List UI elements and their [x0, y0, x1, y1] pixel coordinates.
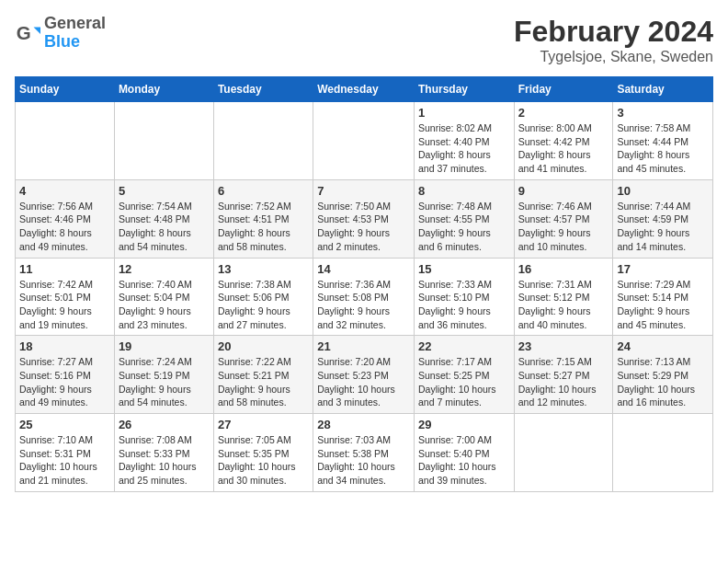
day-number: 7 [317, 184, 410, 198]
calendar-cell: 5Sunrise: 7:54 AM Sunset: 4:48 PM Daylig… [114, 179, 213, 258]
logo: G General Blue [15, 15, 106, 52]
day-detail: Sunrise: 7:44 AM Sunset: 4:59 PM Dayligh… [617, 200, 709, 254]
day-number: 28 [317, 418, 410, 431]
day-number: 5 [119, 184, 210, 198]
day-number: 29 [418, 418, 510, 431]
column-header-tuesday: Tuesday [213, 77, 313, 102]
day-detail: Sunrise: 7:52 AM Sunset: 4:51 PM Dayligh… [218, 200, 309, 254]
day-detail: Sunrise: 7:03 AM Sunset: 5:38 PM Dayligh… [317, 433, 410, 488]
day-detail: Sunrise: 7:46 AM Sunset: 4:57 PM Dayligh… [518, 200, 609, 254]
calendar-cell: 24Sunrise: 7:13 AM Sunset: 5:29 PM Dayli… [613, 336, 713, 414]
day-number: 23 [518, 339, 609, 353]
calendar-cell: 2Sunrise: 8:00 AM Sunset: 4:42 PM Daylig… [514, 102, 613, 180]
day-number: 6 [218, 184, 309, 198]
day-detail: Sunrise: 7:40 AM Sunset: 5:04 PM Dayligh… [119, 278, 210, 332]
day-number: 2 [518, 106, 609, 120]
day-detail: Sunrise: 8:00 AM Sunset: 4:42 PM Dayligh… [518, 121, 609, 176]
calendar-cell: 9Sunrise: 7:46 AM Sunset: 4:57 PM Daylig… [514, 179, 613, 258]
day-detail: Sunrise: 7:42 AM Sunset: 5:01 PM Dayligh… [19, 278, 110, 332]
day-number: 19 [119, 339, 210, 353]
day-detail: Sunrise: 7:24 AM Sunset: 5:19 PM Dayligh… [119, 355, 210, 409]
day-number: 24 [617, 339, 709, 353]
day-detail: Sunrise: 7:22 AM Sunset: 5:21 PM Dayligh… [218, 355, 309, 409]
calendar-cell: 19Sunrise: 7:24 AM Sunset: 5:19 PM Dayli… [114, 336, 213, 414]
day-number: 25 [19, 418, 110, 431]
day-detail: Sunrise: 7:10 AM Sunset: 5:31 PM Dayligh… [19, 433, 110, 488]
day-detail: Sunrise: 7:36 AM Sunset: 5:08 PM Dayligh… [317, 278, 410, 332]
calendar-cell: 1Sunrise: 8:02 AM Sunset: 4:40 PM Daylig… [414, 102, 514, 180]
day-detail: Sunrise: 7:27 AM Sunset: 5:16 PM Dayligh… [19, 355, 110, 409]
calendar-cell [114, 102, 213, 180]
logo-text: General Blue [44, 15, 106, 52]
logo-icon: G [15, 20, 40, 46]
calendar-cell: 6Sunrise: 7:52 AM Sunset: 4:51 PM Daylig… [213, 179, 313, 258]
calendar-cell [313, 102, 415, 180]
day-number: 14 [317, 262, 410, 276]
column-header-sunday: Sunday [16, 77, 115, 102]
calendar-week-2: 4Sunrise: 7:56 AM Sunset: 4:46 PM Daylig… [16, 179, 713, 258]
svg-marker-1 [34, 27, 40, 33]
calendar-cell: 16Sunrise: 7:31 AM Sunset: 5:12 PM Dayli… [514, 258, 613, 336]
day-number: 9 [518, 184, 609, 198]
day-number: 15 [418, 262, 510, 276]
calendar-week-4: 18Sunrise: 7:27 AM Sunset: 5:16 PM Dayli… [16, 336, 713, 414]
day-number: 20 [218, 339, 309, 353]
calendar-cell: 28Sunrise: 7:03 AM Sunset: 5:38 PM Dayli… [313, 414, 415, 492]
calendar-cell: 10Sunrise: 7:44 AM Sunset: 4:59 PM Dayli… [613, 179, 713, 258]
day-detail: Sunrise: 7:29 AM Sunset: 5:14 PM Dayligh… [617, 278, 709, 332]
location-title: Tygelsjoe, Skane, Sweden [514, 49, 713, 65]
column-header-friday: Friday [514, 77, 613, 102]
column-header-wednesday: Wednesday [313, 77, 415, 102]
calendar-cell: 29Sunrise: 7:00 AM Sunset: 5:40 PM Dayli… [414, 414, 514, 492]
page-header: G General Blue February 2024 Tygelsjoe, … [15, 15, 713, 65]
calendar-cell [16, 102, 115, 180]
logo-line2: Blue [44, 33, 106, 52]
day-number: 18 [19, 339, 110, 353]
calendar-cell: 17Sunrise: 7:29 AM Sunset: 5:14 PM Dayli… [613, 258, 713, 336]
calendar-cell [613, 414, 713, 492]
day-number: 12 [119, 262, 210, 276]
calendar-cell: 27Sunrise: 7:05 AM Sunset: 5:35 PM Dayli… [213, 414, 313, 492]
day-detail: Sunrise: 7:48 AM Sunset: 4:55 PM Dayligh… [418, 200, 510, 254]
calendar-header-row: SundayMondayTuesdayWednesdayThursdayFrid… [16, 77, 713, 102]
day-detail: Sunrise: 7:08 AM Sunset: 5:33 PM Dayligh… [119, 433, 210, 488]
logo-line1: General [44, 15, 106, 33]
calendar-week-5: 25Sunrise: 7:10 AM Sunset: 5:31 PM Dayli… [16, 414, 713, 492]
calendar-cell: 23Sunrise: 7:15 AM Sunset: 5:27 PM Dayli… [514, 336, 613, 414]
day-detail: Sunrise: 7:50 AM Sunset: 4:53 PM Dayligh… [317, 200, 410, 254]
day-detail: Sunrise: 7:56 AM Sunset: 4:46 PM Dayligh… [19, 200, 110, 254]
calendar-cell: 13Sunrise: 7:38 AM Sunset: 5:06 PM Dayli… [213, 258, 313, 336]
calendar-cell: 25Sunrise: 7:10 AM Sunset: 5:31 PM Dayli… [16, 414, 115, 492]
day-detail: Sunrise: 7:05 AM Sunset: 5:35 PM Dayligh… [218, 433, 309, 488]
day-number: 10 [617, 184, 709, 198]
day-detail: Sunrise: 7:38 AM Sunset: 5:06 PM Dayligh… [218, 278, 309, 332]
day-number: 21 [317, 339, 410, 353]
day-detail: Sunrise: 7:15 AM Sunset: 5:27 PM Dayligh… [518, 355, 609, 409]
column-header-thursday: Thursday [414, 77, 514, 102]
calendar-cell: 12Sunrise: 7:40 AM Sunset: 5:04 PM Dayli… [114, 258, 213, 336]
column-header-monday: Monday [114, 77, 213, 102]
day-detail: Sunrise: 7:20 AM Sunset: 5:23 PM Dayligh… [317, 355, 410, 409]
day-number: 4 [19, 184, 110, 198]
svg-text:G: G [17, 21, 31, 42]
day-detail: Sunrise: 7:17 AM Sunset: 5:25 PM Dayligh… [418, 355, 510, 409]
calendar-body: 1Sunrise: 8:02 AM Sunset: 4:40 PM Daylig… [16, 102, 713, 492]
day-detail: Sunrise: 7:13 AM Sunset: 5:29 PM Dayligh… [617, 355, 709, 409]
calendar-week-1: 1Sunrise: 8:02 AM Sunset: 4:40 PM Daylig… [16, 102, 713, 180]
day-number: 27 [218, 418, 309, 431]
title-area: February 2024 Tygelsjoe, Skane, Sweden [514, 15, 713, 65]
calendar-week-3: 11Sunrise: 7:42 AM Sunset: 5:01 PM Dayli… [16, 258, 713, 336]
calendar-cell: 14Sunrise: 7:36 AM Sunset: 5:08 PM Dayli… [313, 258, 415, 336]
day-detail: Sunrise: 7:33 AM Sunset: 5:10 PM Dayligh… [418, 278, 510, 332]
calendar-cell: 3Sunrise: 7:58 AM Sunset: 4:44 PM Daylig… [613, 102, 713, 180]
day-detail: Sunrise: 8:02 AM Sunset: 4:40 PM Dayligh… [418, 121, 510, 176]
calendar-cell: 21Sunrise: 7:20 AM Sunset: 5:23 PM Dayli… [313, 336, 415, 414]
day-number: 1 [418, 106, 510, 120]
calendar-cell: 26Sunrise: 7:08 AM Sunset: 5:33 PM Dayli… [114, 414, 213, 492]
day-number: 17 [617, 262, 709, 276]
day-detail: Sunrise: 7:58 AM Sunset: 4:44 PM Dayligh… [617, 121, 709, 176]
calendar-table: SundayMondayTuesdayWednesdayThursdayFrid… [15, 76, 713, 492]
day-number: 16 [518, 262, 609, 276]
calendar-cell [514, 414, 613, 492]
calendar-cell: 18Sunrise: 7:27 AM Sunset: 5:16 PM Dayli… [16, 336, 115, 414]
